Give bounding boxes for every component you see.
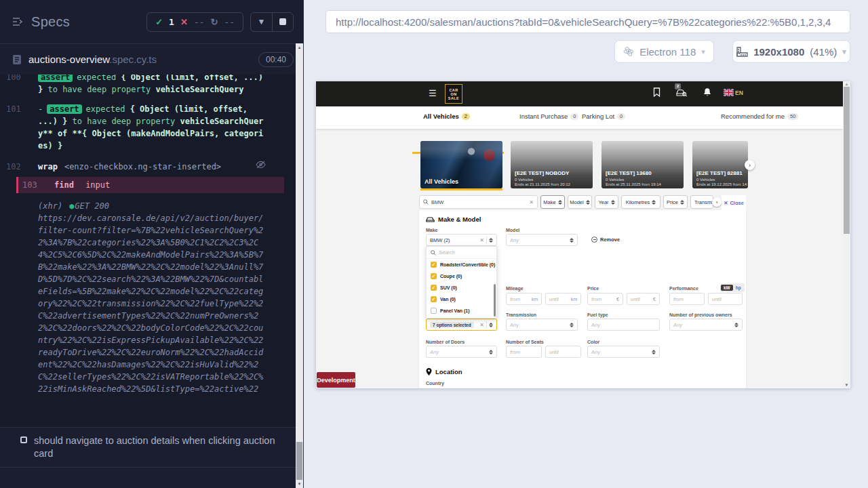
hp-toggle[interactable]: hp — [733, 285, 744, 291]
log-row-assert-1[interactable]: 100 assertexpected { Object (limit, offs… — [0, 75, 303, 97]
scrollbar-thumb[interactable] — [844, 87, 850, 234]
mileage-from-input[interactable]: fromkm — [506, 293, 542, 305]
passed-count: 1 — [169, 17, 174, 27]
remove-make-button[interactable]: Remove — [591, 237, 620, 243]
sort-chip-kilometres[interactable]: Kilometres — [621, 195, 660, 209]
specs-menu-icon[interactable] — [12, 17, 24, 26]
sidebar-scrollbar[interactable]: ▲ ▼ — [296, 43, 303, 488]
log-row-xhr[interactable]: (xhr)●GET 200 https://dev.caronsale.de/a… — [0, 199, 303, 396]
checkbox-checked-icon[interactable]: ✓ — [431, 285, 437, 291]
vehicle-search-icon[interactable] — [676, 87, 687, 97]
bookmark-icon[interactable] — [653, 87, 660, 97]
pending-icon: ↻ — [210, 17, 218, 27]
language-selector[interactable]: EN — [735, 89, 743, 96]
doors-select[interactable]: Any — [426, 346, 497, 358]
app-header: ☰ CARONSALE 2 EN — [316, 81, 850, 106]
performance-from-input[interactable]: from — [669, 293, 705, 305]
sort-chip-model[interactable]: Model — [568, 195, 592, 209]
chips-next-button[interactable]: › — [712, 197, 722, 207]
close-filters-button[interactable]: ✕Close — [722, 195, 746, 210]
checkbox-checked-icon[interactable]: ✓ — [431, 262, 437, 268]
clear-make-icon[interactable]: ✕ — [479, 237, 484, 243]
auction-card-all-vehicles[interactable]: All Vehicles — [420, 141, 502, 188]
category-option[interactable]: ✓Roadster/Convertible (0) — [427, 259, 496, 270]
clear-search-icon[interactable]: ✕ — [529, 199, 534, 205]
seats-until-input[interactable]: until — [545, 346, 581, 358]
transmission-select[interactable]: Any — [506, 319, 578, 331]
eye-slash-icon — [256, 161, 266, 173]
app-menu-icon[interactable]: ☰ — [429, 89, 438, 98]
bell-icon[interactable] — [703, 87, 711, 97]
auction-card[interactable]: [E2E TEST] NOBODY 0 Vehicles Ends at 21.… — [511, 141, 593, 188]
mileage-until-input[interactable]: untilkm — [545, 293, 581, 305]
log-row-assert-2[interactable]: 101 -assertexpected { Object (limit, off… — [0, 102, 303, 153]
color-select[interactable]: Any — [587, 346, 660, 358]
scroll-down-icon[interactable]: ▼ — [843, 383, 850, 387]
stop-icon — [279, 18, 286, 25]
log-row-find-pinned[interactable]: 103 find input — [16, 177, 284, 193]
fuel-type-select[interactable]: Any — [587, 319, 660, 331]
clear-categories-icon[interactable]: ✕ — [479, 322, 484, 328]
uk-flag-icon[interactable] — [724, 89, 734, 96]
make-search-input[interactable]: Search — [427, 247, 496, 259]
scroll-up-icon[interactable]: ▲ — [843, 82, 850, 86]
chevron-down-icon: ▾ — [701, 47, 705, 56]
sort-chip-price[interactable]: Price — [663, 195, 688, 209]
stop-button[interactable] — [272, 13, 293, 31]
aut-frame: ☰ CARONSALE 2 EN All Vehicles2 — [316, 81, 850, 388]
aut-scrollbar[interactable]: ▲ ▼ — [843, 81, 850, 388]
scrollbar-thumb[interactable] — [296, 442, 302, 480]
seats-from-input[interactable]: from — [506, 346, 542, 358]
filter-toolbar: BMW ✕ Make Model Year Kilometres Price T… — [316, 195, 850, 210]
run-stats: ✓ 1 ✕ -- ↻ -- — [146, 12, 243, 32]
scroll-up-icon[interactable]: ▲ — [296, 45, 303, 49]
carousel-next-button[interactable]: › — [745, 160, 755, 170]
spec-file-row[interactable]: auctions-overview.spec.cy.ts 00:40 — [0, 43, 303, 75]
url-bar[interactable] — [326, 10, 850, 33]
collapse-button[interactable]: ▼ — [251, 13, 272, 31]
auction-tabs: All Vehicles2 Instant Purchase0 Parking … — [316, 106, 850, 129]
tab-recommended[interactable]: Recommended for me50 — [721, 113, 798, 120]
vehicle-search-input[interactable]: BMW ✕ — [419, 195, 538, 209]
tab-count-badge: 2 — [462, 113, 470, 120]
checkbox-checked-icon[interactable]: ✓ — [431, 273, 437, 279]
close-icon: ✕ — [724, 200, 728, 206]
category-option[interactable]: ✓Van (0) — [427, 293, 496, 305]
price-from-input[interactable]: from€ — [587, 293, 623, 305]
viewport-selector[interactable]: 1920x1080 (41%) ▾ — [732, 40, 850, 63]
price-until-input[interactable]: until€ — [627, 293, 660, 305]
scroll-down-icon[interactable]: ▼ — [296, 482, 303, 486]
auction-card[interactable]: [E2E TEST] 82881 0 Vehicles Ends at 19.1… — [692, 141, 748, 188]
category-option[interactable]: ✓SUV (0) — [427, 282, 496, 293]
pending-test-icon — [20, 436, 27, 443]
failed-count: -- — [194, 17, 205, 27]
tab-instant-purchase[interactable]: Instant Purchase0 — [519, 113, 578, 120]
checkbox-unchecked-icon[interactable] — [431, 308, 437, 314]
dropdown-scrollbar[interactable] — [494, 284, 496, 317]
specs-title: Specs — [31, 14, 140, 30]
sort-chip-year[interactable]: Year — [595, 195, 618, 209]
browser-selector[interactable]: Electron 118 ▾ — [614, 40, 714, 63]
performance-label: Performance — [669, 286, 698, 291]
category-select[interactable]: 7 options selected ✕ — [426, 319, 497, 331]
search-icon — [423, 199, 429, 205]
auction-card[interactable]: [E2E TEST] 13680 0 Vehicles Ends at 25.1… — [601, 141, 684, 188]
pending-test-row[interactable]: should navigate to auction details when … — [0, 427, 303, 468]
sort-chip-make[interactable]: Make — [540, 195, 565, 209]
log-row-wrap[interactable]: 102 wrap <enzo-checkbox.ng-star-inserted… — [0, 159, 303, 174]
location-heading: Location — [426, 368, 462, 375]
checkbox-checked-icon[interactable]: ✓ — [431, 296, 437, 302]
make-select[interactable]: BMW (2) ✕ — [426, 234, 497, 246]
category-option[interactable]: Panel Van (1) — [427, 305, 496, 317]
category-option[interactable]: ✓Coupe (0) — [427, 270, 496, 282]
xhr-label: (xhr) — [38, 201, 62, 211]
tab-all-vehicles[interactable]: All Vehicles2 — [423, 113, 470, 120]
tab-parking-lot[interactable]: Parking Lot0 — [582, 113, 625, 120]
owners-select[interactable]: Any — [669, 319, 743, 331]
performance-until-input[interactable]: until — [708, 293, 743, 305]
kw-toggle[interactable]: kW — [721, 285, 733, 291]
command-log: 100 assertexpected { Object (limit, offs… — [0, 75, 303, 427]
model-select[interactable]: Any — [506, 234, 578, 246]
caronsale-logo[interactable]: CARONSALE — [445, 84, 462, 104]
sort-chip-transmission[interactable]: Transmi — [690, 195, 713, 209]
